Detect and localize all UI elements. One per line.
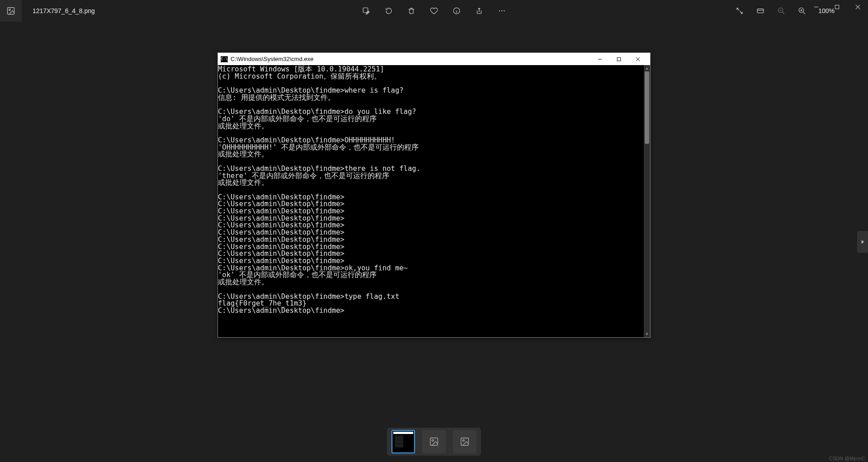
fit-screen-icon[interactable]: [754, 0, 767, 22]
svg-rect-14: [461, 438, 469, 446]
svg-point-5: [501, 10, 502, 11]
cmd-minimize-button[interactable]: [590, 53, 609, 65]
window-minimize-button[interactable]: [806, 0, 826, 14]
thumbnail-strip: [387, 428, 481, 456]
cmd-icon: C:\: [221, 56, 228, 62]
svg-point-4: [499, 10, 500, 11]
rotate-icon[interactable]: [382, 0, 395, 22]
filename-label: 1217X797_6_4_8.png: [33, 7, 95, 14]
svg-point-15: [462, 439, 464, 441]
app-picture-icon: [0, 0, 22, 22]
window-maximize-button[interactable]: [826, 0, 847, 14]
window-close-button[interactable]: [847, 0, 868, 14]
favorite-icon[interactable]: [428, 0, 440, 22]
cmd-output: Microsoft Windows [版本 10.0.19044.2251] (…: [218, 65, 644, 337]
svg-rect-0: [8, 8, 14, 14]
svg-point-6: [504, 10, 505, 11]
svg-point-1: [9, 9, 10, 10]
zoom-out-icon[interactable]: [775, 0, 788, 22]
thumbnail-2[interactable]: [422, 430, 446, 453]
more-icon[interactable]: [495, 0, 508, 22]
cmd-scrollbar[interactable]: ▲ ▼: [644, 65, 650, 337]
share-icon[interactable]: [473, 0, 486, 22]
window-controls: [806, 0, 868, 14]
topbar-center-toolbar: [360, 0, 508, 22]
svg-rect-11: [617, 57, 621, 61]
thumbnail-1[interactable]: [392, 430, 415, 453]
watermark-text: CSDN @MyonC: [829, 456, 865, 461]
topbar: 1217X797_6_4_8.png: [0, 0, 868, 22]
cmd-title-text: C:\Windows\System32\cmd.exe: [231, 56, 314, 62]
fullscreen-icon[interactable]: [733, 0, 746, 22]
cmd-titlebar: C:\ C:\Windows\System32\cmd.exe: [218, 53, 650, 65]
delete-icon[interactable]: [405, 0, 418, 22]
cmd-close-button[interactable]: [628, 53, 647, 65]
cmd-scroll-up-icon[interactable]: ▲: [644, 65, 650, 71]
svg-rect-7: [757, 9, 764, 13]
info-icon[interactable]: [450, 0, 463, 22]
image-canvas: C:\ C:\Windows\System32\cmd.exe Microsof…: [0, 22, 868, 462]
edit-image-icon[interactable]: [360, 0, 373, 22]
cmd-scroll-thumb[interactable]: [645, 71, 649, 144]
cmd-scroll-down-icon[interactable]: ▼: [644, 331, 650, 337]
cmd-window: C:\ C:\Windows\System32\cmd.exe Microsof…: [217, 52, 651, 338]
thumbnail-3[interactable]: [453, 430, 476, 453]
cmd-body-wrap: Microsoft Windows [版本 10.0.19044.2251] (…: [218, 65, 650, 337]
cmd-maximize-button[interactable]: [609, 53, 628, 65]
next-image-button[interactable]: [857, 231, 868, 253]
svg-rect-12: [430, 438, 438, 446]
svg-point-13: [432, 439, 434, 441]
svg-rect-10: [835, 5, 839, 9]
